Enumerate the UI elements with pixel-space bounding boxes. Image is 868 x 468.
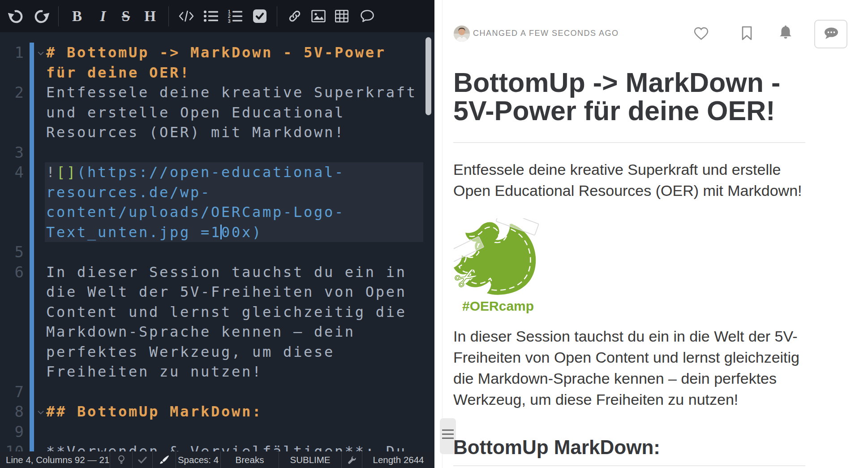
code-line-8[interactable]: 8## BottomUp MarkDown: — [0, 402, 434, 422]
line-number: 9 — [0, 422, 24, 442]
code-line-2-wrap1[interactable]: und erstelle Open Educational — [0, 103, 434, 123]
code-line-6-wrap1[interactable]: die Welt der 5V-Freiheiten von Open — [0, 282, 434, 302]
code-text: perfektes Werkzeug, um diese — [46, 342, 335, 362]
ordered-list-button[interactable]: 123 — [225, 6, 245, 26]
chat-button[interactable] — [814, 20, 847, 48]
title-divider — [453, 142, 805, 143]
brush-icon — [159, 455, 169, 465]
avatar[interactable] — [454, 26, 470, 42]
code-line-4[interactable]: 4![](https://open-educational- — [0, 162, 434, 182]
code-text: Text_unten.jpg =100x) — [46, 222, 262, 243]
code-line-6-wrap3[interactable]: Markdown-Sprache kennen – dein — [0, 322, 434, 342]
code-line-5[interactable]: 5 — [0, 242, 434, 262]
editor-settings-button[interactable] — [341, 451, 362, 468]
authorship-bar — [30, 322, 34, 342]
code-line-6-wrap4[interactable]: perfektes Werkzeug, um diese — [0, 342, 434, 362]
fold-chevron-icon[interactable] — [37, 49, 44, 57]
code-text: Resources (OER) mit Markdown! — [46, 122, 345, 143]
authorship-bar — [30, 43, 34, 63]
comment-button[interactable] — [357, 6, 377, 26]
bold-button[interactable]: B — [67, 6, 87, 26]
strikethrough-button[interactable]: S — [116, 6, 136, 26]
code-line-3[interactable]: 3 — [0, 143, 434, 163]
code-editor[interactable]: 1# BottomUp -> MarkDown - 5V-Powerfür de… — [0, 32, 434, 451]
bookmark-button[interactable] — [742, 26, 752, 42]
cursor-position: Line 4, Columns 92 — 21 — [0, 451, 110, 468]
keymap-setting[interactable]: SUBLIME — [279, 451, 341, 468]
table-icon — [335, 10, 348, 22]
preview-title: BottomUp -> MarkDown - 5V-Power für dein… — [453, 69, 809, 125]
spellcheck-button[interactable] — [132, 451, 152, 468]
svg-text:1: 1 — [228, 9, 231, 14]
code-line-6[interactable]: 6In dieser Session tauchst du ein in — [0, 262, 434, 282]
toolbar-divider — [168, 6, 169, 26]
code-line-2-wrap2[interactable]: Resources (OER) mit Markdown! — [0, 122, 434, 143]
code-text: und erstelle Open Educational — [46, 103, 345, 123]
code-line-2[interactable]: 2Entfessele deine kreative Superkraft — [0, 82, 434, 103]
redo-button[interactable] — [31, 6, 51, 26]
code-text: Content und lernst gleichzeitig die — [46, 302, 407, 322]
authorship-bar — [30, 143, 34, 163]
code-line-7[interactable]: 7 — [0, 382, 434, 402]
code-text: die Welt der 5V-Freiheiten von Open — [46, 282, 407, 302]
oercamp-logo: ✂ #OERcamp — [454, 218, 541, 317]
code-text: ## BottomUp MarkDown: — [46, 402, 262, 422]
line-number: 3 — [0, 143, 24, 163]
svg-text:2: 2 — [228, 14, 231, 19]
italic-button[interactable]: I — [93, 6, 113, 26]
line-number: 5 — [0, 242, 24, 262]
undo-icon — [8, 8, 25, 25]
code-line-6-wrap5[interactable]: Freiheiten zu nutzen! — [0, 362, 434, 382]
preview-paragraph-1: Entfessele deine kreative Superkraft und… — [453, 159, 806, 201]
like-button[interactable] — [694, 27, 709, 42]
code-line-10[interactable]: 10**Verwenden & Vervielfältigen**: Du — [0, 442, 434, 451]
doc-length: Length 2644 — [362, 451, 434, 468]
editor-scrollbar[interactable] — [425, 37, 431, 115]
code-line-9[interactable]: 9 — [0, 422, 434, 442]
checklist-button[interactable] — [250, 6, 270, 26]
code-text: In dieser Session tauchst du ein in — [46, 262, 407, 282]
code-text: # BottomUp -> MarkDown - 5V-Power — [46, 43, 386, 63]
pane-divider[interactable] — [442, 0, 443, 468]
heading-button[interactable]: H — [140, 6, 160, 26]
hint-button[interactable] — [110, 451, 132, 468]
authorship-bar — [30, 202, 34, 222]
authorship-bar — [30, 63, 34, 83]
authorship-bar — [30, 82, 34, 103]
code-line-4-wrap2[interactable]: content/uploads/OERCamp-Logo- — [0, 202, 434, 222]
table-button[interactable] — [332, 6, 352, 26]
code-text: resources.de/wp- — [46, 182, 211, 203]
fold-chevron-icon[interactable] — [37, 408, 44, 416]
line-number: 8 — [0, 402, 24, 422]
authorship-bar — [30, 342, 34, 362]
lightbulb-icon — [118, 455, 125, 465]
line-number: 1 — [0, 43, 24, 63]
code-button[interactable] — [176, 6, 196, 26]
undo-button[interactable] — [6, 6, 26, 26]
toolbar-divider — [58, 6, 59, 26]
notification-button[interactable] — [778, 25, 793, 43]
code-line-4-wrap3[interactable]: Text_unten.jpg =100x) — [0, 222, 434, 243]
code-text: **Verwenden & Vervielfältigen**: Du — [46, 442, 407, 451]
line-number: 6 — [0, 262, 24, 282]
image-button[interactable] — [309, 6, 328, 26]
code-line-4-wrap1[interactable]: resources.de/wp- — [0, 182, 434, 203]
authorship-bar — [30, 162, 34, 182]
code-text: Entfessele deine kreative Superkraft — [46, 82, 417, 103]
link-button[interactable] — [285, 6, 305, 26]
redo-icon — [33, 8, 49, 25]
breaks-setting[interactable]: Breaks — [220, 451, 279, 468]
theme-button[interactable] — [152, 451, 176, 468]
code-line-6-wrap2[interactable]: Content und lernst gleichzeitig die — [0, 302, 434, 322]
preview-paragraph-2: In dieser Session tauchst du ein in die … — [453, 326, 806, 410]
bullet-list-button[interactable] — [201, 6, 221, 26]
code-line-1-wrap1[interactable]: für deine OER! — [0, 63, 434, 83]
editor-toolbar: B I S H 123 — [0, 0, 434, 32]
authorship-bar — [30, 302, 34, 322]
subtitle-divider — [453, 465, 805, 466]
spaces-setting[interactable]: Spaces: 4 — [176, 451, 220, 468]
code-line-1[interactable]: 1# BottomUp -> MarkDown - 5V-Power — [0, 43, 434, 63]
authorship-bar — [30, 382, 34, 402]
code-icon — [178, 9, 194, 23]
preview-subtitle: BottomUp MarkDown: — [453, 435, 806, 459]
